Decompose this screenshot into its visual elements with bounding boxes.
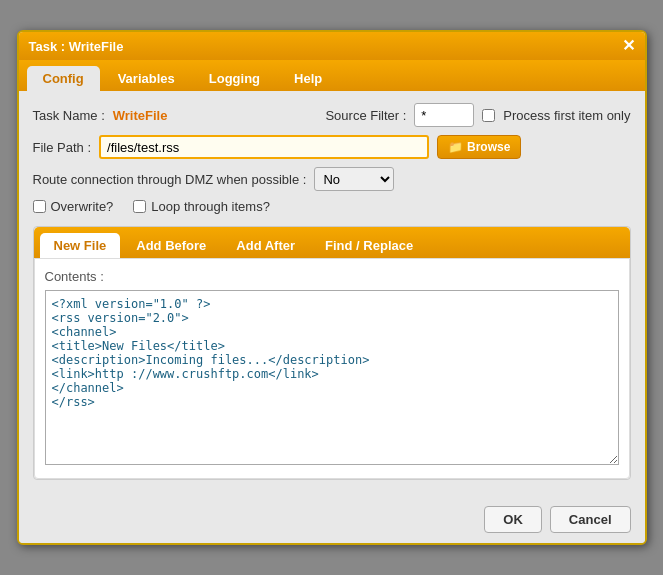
title-bar: Task : WriteFile ✕ (19, 32, 645, 60)
ok-button[interactable]: OK (484, 506, 542, 533)
file-path-input[interactable] (99, 135, 429, 159)
dmz-select[interactable]: No Yes (314, 167, 394, 191)
dialog: Task : WriteFile ✕ Config Variables Logg… (17, 30, 647, 545)
cancel-button[interactable]: Cancel (550, 506, 631, 533)
contents-textarea[interactable]: <?xml version="1.0" ?> <rss version="2.0… (45, 290, 619, 465)
inner-tabs-bar: New File Add Before Add After Find / Rep… (34, 227, 630, 258)
folder-icon: 📁 (448, 140, 463, 154)
tab-logging[interactable]: Logging (193, 66, 276, 91)
contents-label: Contents : (45, 269, 619, 284)
loop-label: Loop through items? (151, 199, 270, 214)
inner-tab-find-replace[interactable]: Find / Replace (311, 233, 427, 258)
process-first-checkbox[interactable] (482, 109, 495, 122)
content-area: Task Name : WriteFile Source Filter : Pr… (19, 91, 645, 496)
dmz-row: Route connection through DMZ when possib… (33, 167, 631, 191)
source-filter-input[interactable] (414, 103, 474, 127)
file-path-label: File Path : (33, 140, 92, 155)
tab-config[interactable]: Config (27, 66, 100, 91)
source-filter-label: Source Filter : (325, 108, 406, 123)
overwrite-checkbox[interactable] (33, 200, 46, 213)
overwrite-label: Overwrite? (51, 199, 114, 214)
browse-button[interactable]: 📁 Browse (437, 135, 521, 159)
checkbox-row: Overwrite? Loop through items? (33, 199, 631, 214)
task-name-label: Task Name : (33, 108, 105, 123)
tab-variables[interactable]: Variables (102, 66, 191, 91)
inner-tab-add-after[interactable]: Add After (222, 233, 309, 258)
file-path-row: File Path : 📁 Browse (33, 135, 631, 159)
dialog-title: Task : WriteFile (29, 39, 124, 54)
process-first-label: Process first item only (503, 108, 630, 123)
overwrite-item: Overwrite? (33, 199, 114, 214)
loop-checkbox[interactable] (133, 200, 146, 213)
inner-tab-new-file[interactable]: New File (40, 233, 121, 258)
inner-tab-add-before[interactable]: Add Before (122, 233, 220, 258)
loop-item: Loop through items? (133, 199, 270, 214)
close-button[interactable]: ✕ (622, 38, 635, 54)
inner-content: Contents : <?xml version="1.0" ?> <rss v… (34, 258, 630, 479)
inner-panel: New File Add Before Add After Find / Rep… (33, 226, 631, 480)
task-name-value: WriteFile (113, 108, 168, 123)
tab-help[interactable]: Help (278, 66, 338, 91)
main-tabs-bar: Config Variables Logging Help (19, 60, 645, 91)
footer: OK Cancel (19, 496, 645, 543)
dmz-label: Route connection through DMZ when possib… (33, 172, 307, 187)
task-name-row: Task Name : WriteFile Source Filter : Pr… (33, 103, 631, 127)
